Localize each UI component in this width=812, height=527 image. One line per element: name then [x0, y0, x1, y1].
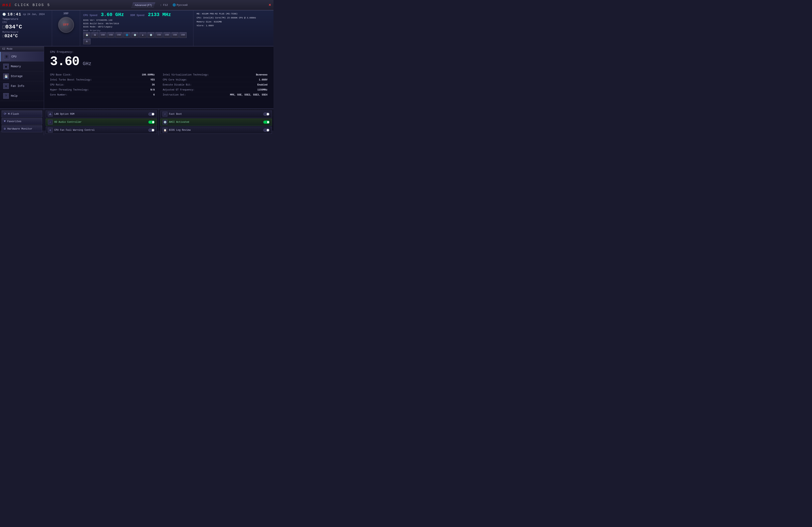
fast-boot-toggle[interactable]: [263, 113, 270, 116]
xmp-section: XMP OFF: [52, 11, 80, 46]
spec-row: Hyper-Threading Technology:N/A: [50, 88, 155, 92]
advanced-button[interactable]: Advanced (F7): [131, 3, 155, 8]
bios-log-toggle[interactable]: [263, 129, 270, 132]
hd-audio-toggle[interactable]: ON: [148, 120, 155, 124]
lan-icon: 🖧: [48, 112, 53, 116]
xmp-label: XMP: [63, 12, 69, 15]
boot-icons: 💾 🖫 USB USB USB 🌐 💿 ▶ 💿 USB USB USB USB …: [83, 32, 190, 44]
mflash-button[interactable]: ⟳ M-Flash: [2, 111, 42, 117]
ahci-row[interactable]: 💿 AHCI Activated ON: [160, 118, 272, 126]
cpu-label: CPU: [2, 21, 49, 24]
spec-row: Core Number:6: [50, 93, 155, 97]
spec-row: Intel Virtualization Technology:Включено: [163, 73, 267, 77]
spec-label: CPU Ratio:: [50, 84, 64, 86]
sidebar-item-cpu[interactable]: 🖥 CPU: [0, 52, 44, 62]
hd-audio-label: HD Audio Controller: [54, 121, 82, 124]
bios-log-icon: 📋: [162, 128, 168, 132]
bios-name: CLICK BIOS 5: [15, 3, 50, 7]
spec-label: CPU Base Clock:: [50, 73, 72, 76]
bios-log-label: BIOS Log Review: [169, 129, 191, 131]
boot-icon-3[interactable]: USB: [99, 32, 106, 38]
bios-log-row[interactable]: 📋 BIOS Log Review: [160, 127, 272, 134]
favorites-icon: ♥: [4, 119, 6, 123]
top-right: ×: [269, 3, 271, 8]
boot-icon-12[interactable]: USB: [171, 32, 178, 38]
hardware-monitor-icon: ⚙: [4, 127, 6, 131]
cpu-freq-label: CPU Frequency:: [50, 51, 267, 54]
language-selector[interactable]: 🌐 Русский: [173, 3, 188, 6]
spec-label: Execute Disable Bit:: [163, 84, 192, 86]
spec-value: N/A: [150, 88, 155, 91]
mb-info-line: MB: H310M PRO-M2 PLUS (MS-7C08): [197, 12, 270, 16]
cpu-fan-warning-left: ❄ CPU Fan Fail Warning Control: [48, 128, 95, 132]
xmp-toggle-button[interactable]: OFF: [58, 17, 74, 33]
cpu-fan-warning-row[interactable]: ❄ CPU Fan Fail Warning Control: [46, 127, 157, 134]
cpu-freq-display: 3.60 GHz: [50, 55, 267, 69]
boot-icon-7[interactable]: 💿: [131, 32, 139, 38]
spec-label: Hyper-Threading Technology:: [50, 88, 89, 91]
help-icon: ?: [3, 93, 9, 99]
spec-value: 6: [153, 94, 155, 96]
boot-icon-5[interactable]: USB: [115, 32, 122, 38]
spec-value: Включено: [256, 73, 267, 76]
close-button[interactable]: ×: [269, 3, 271, 8]
ddr-speed-label: DDR Speed: [130, 14, 144, 17]
boot-icon-4[interactable]: USB: [107, 32, 115, 38]
temp-section: Temperature CPU □034°C Motherboard □024°…: [2, 18, 49, 39]
bios-info: BIOS Ver: E7C08IMS.130 BIOS Build Date: …: [83, 19, 190, 29]
cpu-fan-toggle[interactable]: [148, 129, 155, 132]
clock-row: 🕐 18:41 ср 24 Jan, 2024: [2, 12, 49, 17]
cpu-fan-toggle-knob: [152, 129, 154, 131]
ahci-toggle[interactable]: ON: [263, 120, 270, 124]
toolbar-left: ⟳ M-Flash ♥ Favorites ⚙ Hardware Monitor: [0, 109, 44, 136]
boot-priority-label: Boot Priority: [83, 29, 190, 32]
ahci-on-label: ON: [264, 121, 266, 123]
boot-icon-14[interactable]: 🖧: [83, 39, 90, 44]
clock-icon: 🕐: [2, 13, 6, 16]
sidebar-item-memory[interactable]: ▦ Memory: [0, 62, 44, 71]
spec-label: Adjusted GT Frequency:: [163, 88, 194, 91]
sidebar-item-help[interactable]: ? Help: [0, 91, 44, 101]
fast-boot-left: ⚡ Fast Boot: [162, 112, 182, 116]
sidebar-item-storage[interactable]: 💾 Storage: [0, 71, 44, 81]
sidebar-memory-label: Memory: [11, 65, 21, 68]
bottom-toolbar: ⟳ M-Flash ♥ Favorites ⚙ Hardware Monitor…: [0, 109, 274, 130]
cpu-freq-value: 3.60: [50, 55, 79, 69]
fast-boot-row[interactable]: ⚡ Fast Boot: [160, 111, 272, 118]
clock-time: 18:41: [8, 12, 21, 17]
boot-icon-11[interactable]: USB: [163, 32, 171, 38]
cpu-panel: CPU Frequency: 3.60 GHz CPU Base Clock:1…: [44, 46, 274, 109]
sidebar-storage-label: Storage: [11, 75, 23, 78]
storage-icon: 💾: [3, 73, 9, 79]
boot-icon-8[interactable]: ▶: [139, 32, 147, 38]
sidebar: EZ Mode 🖥 CPU ▦ Memory 💾 Storage ❄ Fan I…: [0, 46, 44, 109]
bios-ver-line: BIOS Ver: E7C08IMS.130: [83, 19, 190, 22]
boot-icon-6[interactable]: 🌐: [123, 32, 131, 38]
fast-boot-icon: ⚡: [162, 112, 168, 116]
boot-icon-10[interactable]: USB: [155, 32, 162, 38]
hd-audio-row[interactable]: ♪ HD Audio Controller ON: [46, 118, 157, 126]
hd-audio-toggle-knob: [152, 121, 154, 123]
mb-temp-item: Motherboard □024°C: [2, 31, 49, 39]
spec-row: Instruction Set:MMX, SSE, SSE2, SSE3, SS…: [163, 93, 267, 97]
lan-option-rom-row[interactable]: 🖧 LAN Option ROM: [46, 111, 157, 118]
cpu-freq-section: CPU Frequency: 3.60 GHz: [50, 51, 267, 69]
favorites-label: Favorites: [8, 120, 21, 123]
sidebar-item-fan-info[interactable]: ❄ Fan Info: [0, 81, 44, 91]
bios-log-toggle-knob: [267, 129, 269, 131]
hardware-monitor-button[interactable]: ⚙ Hardware Monitor: [2, 125, 42, 132]
boot-icon-2[interactable]: 🖫: [91, 32, 99, 38]
boot-icon-1[interactable]: 💾: [83, 32, 90, 38]
lan-toggle[interactable]: [148, 113, 155, 116]
spec-value: 36: [152, 84, 155, 86]
vcore-info-line: VCore: 1.088V: [197, 24, 270, 28]
boot-icon-9[interactable]: 💿: [147, 32, 155, 38]
favorites-button[interactable]: ♥ Favorites: [2, 118, 42, 125]
hd-audio-left: ♪ HD Audio Controller: [48, 120, 82, 125]
top-bar: msi CLICK BIOS 5 Advanced (F7) : F12 🌐 Р…: [0, 0, 274, 11]
sidebar-fan-label: Fan Info: [11, 85, 24, 88]
cpu-temp-value: □034°C: [2, 24, 49, 30]
spec-row: Execute Disable Bit:Enabled: [163, 83, 267, 87]
cpu-icon: 🖥: [4, 54, 10, 59]
boot-icon-13[interactable]: USB: [179, 32, 187, 38]
